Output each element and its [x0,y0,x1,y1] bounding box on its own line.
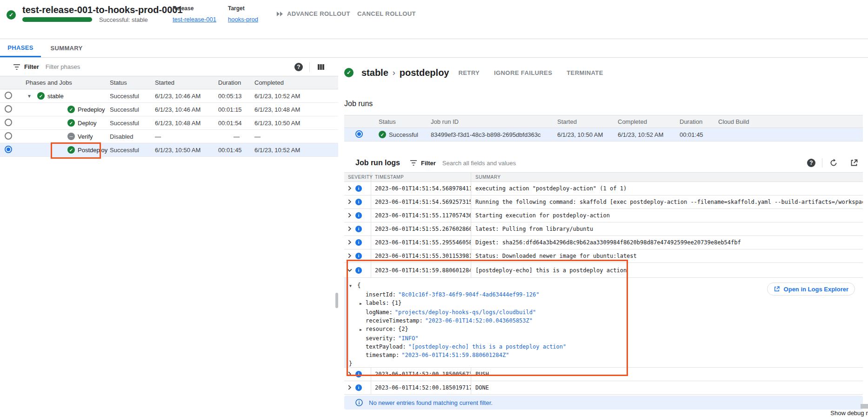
expand-arrow-icon[interactable]: ▼ [349,282,357,290]
info-icon[interactable]: i [355,239,362,246]
log-entry[interactable]: i 2023-06-01T14:51:54.569257315Z Running… [344,195,863,209]
chevron-right-icon[interactable] [347,370,352,378]
terminate-button[interactable]: TERMINATE [567,69,603,76]
phase-duration: 00:01:54 [218,120,254,127]
phase-row[interactable]: ▼ ─ Verify Disabled — — — [0,130,338,143]
phases-table-header: Phases and Jobs Status Started Duration … [0,76,338,89]
success-icon: ✓ [37,92,45,100]
phase-row[interactable]: ▼ ✓ Postdeploy Successful 6/1/23, 10:50 … [0,143,338,157]
json-line: timestamp:"2023-06-01T14:51:59.880601284… [344,351,863,359]
help-icon[interactable]: ? [807,159,815,167]
log-timestamp: 2023-06-01T14:51:54.569257315Z [371,195,471,208]
phase-name: Postdeploy [78,147,107,154]
radio-button[interactable] [5,92,12,99]
phase-status: Disabled [110,133,155,140]
info-icon[interactable]: i [355,267,362,274]
retry-button[interactable]: RETRY [458,69,480,76]
log-summary: Digest: sha256:dfd64a3b4296d8c9b62aa3309… [471,236,863,249]
filter-phases-input[interactable] [46,63,294,70]
success-icon: ✓ [379,131,386,138]
chevron-right-icon[interactable] [347,252,352,260]
log-summary: latest: Pulling from library/ubuntu [471,222,863,235]
refresh-icon[interactable] [829,158,838,168]
json-value: "projects/deploy-hooks-qs/logs/cloudbuil… [395,309,536,316]
json-line: severity:"INFO" [344,334,863,343]
chevron-right-icon[interactable] [347,198,352,206]
phase-completed: 6/1/23, 10:52 AM [254,93,338,100]
chevron-down-icon[interactable] [347,266,352,275]
json-value: "2023-06-01T14:51:59.880601284Z" [401,352,509,358]
log-timestamp: 2023-06-01T14:51:55.267602860Z [371,222,471,235]
phase-started: 6/1/23, 10:46 AM [155,106,218,113]
radio-button[interactable] [5,105,12,113]
log-entry[interactable]: i 2023-06-01T14:51:55.117057436Z Startin… [344,209,863,222]
log-timestamp: 2023-06-01T14:51:55.117057436Z [371,209,471,222]
expand-arrow-icon[interactable]: ▶ [360,326,366,334]
cancel-rollout-button[interactable]: CANCEL ROLLOUT [357,10,416,17]
info-icon[interactable]: i [355,212,362,219]
log-entry[interactable]: i 2023-06-01T14:52:00.185005673Z PUSH [344,368,863,381]
phases-filter-bar: Filter ? [0,58,338,76]
radio-button[interactable] [355,130,363,138]
chevron-right-icon[interactable] [347,238,352,247]
advance-rollout-button[interactable]: ADVANCE ROLLOUT [276,10,350,17]
no-newer-entries-banner: No newer entries found matching current … [344,396,863,410]
info-icon[interactable]: i [355,253,362,259]
log-entry[interactable]: i 2023-06-01T14:52:00.185019717Z DONE [344,381,863,395]
target-link[interactable]: hooks-prod [228,16,258,23]
log-entries: i 2023-06-01T14:51:54.568978411Z executi… [344,182,863,263]
info-icon[interactable]: i [355,199,362,205]
chevron-right-icon[interactable] [347,184,352,193]
log-entry[interactable]: i 2023-06-01T14:51:54.568978411Z executi… [344,182,863,195]
column-settings-icon[interactable] [316,62,326,72]
job-run-row[interactable]: ✓ Successful 83499ef3-f3d1-48c3-b898-269… [344,128,863,141]
log-entry[interactable]: i 2023-06-01T14:51:55.295546058Z Digest:… [344,236,863,249]
phase-status: Successful [110,106,155,113]
phase-completed: 6/1/23, 10:52 AM [254,147,338,154]
chevron-right-icon[interactable] [347,211,352,220]
phase-row[interactable]: ▼ ✓ Deploy Successful 6/1/23, 10:48 AM 0… [0,116,338,130]
phase-name: Verify [78,133,93,140]
expand-arrow-icon[interactable]: ▶ [360,300,366,308]
log-summary: [postdeploy-echo] this is a postdeploy a… [471,263,863,277]
phase-name: stable [47,93,64,100]
chevron-right-icon[interactable] [347,225,352,233]
phase-row[interactable]: ▼ ✓ stable Successful 6/1/23, 10:46 AM 0… [0,89,338,103]
target-info: Target hooks-prod [228,5,258,23]
json-value: "[postdeploy-echo] this is a postdeploy … [408,343,567,350]
logs-search-input[interactable] [442,160,807,167]
info-icon[interactable]: i [355,185,362,192]
phase-duration: 00:05:13 [218,93,254,100]
log-summary: executing action "postdeploy-action" (1 … [471,182,863,195]
radio-button[interactable] [5,132,12,140]
json-key: { [357,282,361,289]
phase-status: Successful [110,93,155,100]
success-icon: ✓ [67,119,75,127]
tab-summary[interactable]: SUMMARY [41,39,92,57]
info-icon[interactable]: i [355,226,362,232]
log-entry-expanded[interactable]: i 2023-06-01T14:51:59.880601284Z [postde… [344,263,863,278]
info-icon[interactable]: i [355,384,362,391]
radio-button[interactable] [5,146,12,153]
show-debug-link[interactable]: Show debug m [830,410,868,417]
log-timestamp: 2023-06-01T14:52:00.185005673Z [371,368,471,381]
filter-label: Filter [24,63,39,70]
log-timestamp: 2023-06-01T14:51:55.295546058Z [371,236,471,249]
phase-row[interactable]: ▼ ✓ Predeploy Successful 6/1/23, 10:46 A… [0,103,338,116]
phases-table-body: ▼ ✓ stable Successful 6/1/23, 10:46 AM 0… [0,89,338,157]
log-timestamp: 2023-06-01T14:52:00.185019717Z [371,381,471,394]
release-link[interactable]: test-release-001 [173,16,216,23]
open-in-logs-explorer-button[interactable]: Open in Logs Explorer [767,282,855,296]
log-entry[interactable]: i 2023-06-01T14:51:55.301153981Z Status:… [344,249,863,263]
ignore-failures-button[interactable]: IGNORE FAILURES [494,69,552,76]
phase-started: 6/1/23, 10:50 AM [155,147,218,154]
open-in-new-icon[interactable] [849,158,859,168]
radio-button[interactable] [5,119,12,126]
tab-phases[interactable]: PHASES [0,39,41,57]
chevron-down-icon[interactable]: ▼ [27,94,33,99]
logs-filter-label: Filter [421,160,436,167]
chevron-right-icon[interactable] [347,383,352,392]
log-entry[interactable]: i 2023-06-01T14:51:55.267602860Z latest:… [344,222,863,236]
help-icon[interactable]: ? [294,63,303,71]
info-icon[interactable]: i [355,371,362,377]
